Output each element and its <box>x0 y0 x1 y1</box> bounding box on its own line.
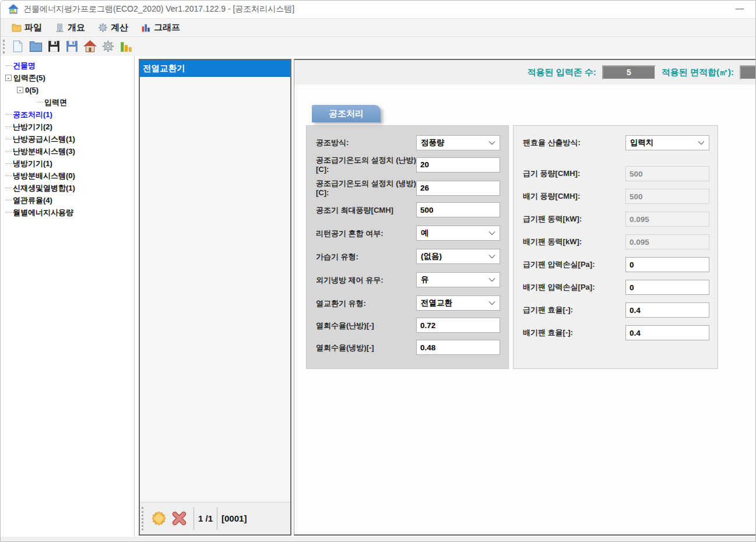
field-label: 급기팬 효율[-]: <box>523 305 625 315</box>
field-label: 팬효율 산출방식: <box>523 138 625 147</box>
save-icon[interactable] <box>47 40 61 53</box>
tree-item-label: 입력존(5) <box>13 73 45 83</box>
title-bar: 건물에너지평가프로그램(ECO2_2020) Ver1.2017.122.9 -… <box>1 1 755 18</box>
home-icon[interactable] <box>83 40 97 53</box>
return-air-mixing-select[interactable]: 예 <box>416 226 500 241</box>
chart-icon[interactable] <box>119 40 133 53</box>
tree-item-label: 난방기기(2) <box>13 122 52 132</box>
tree-item-building-name[interactable]: 건물명 <box>1 59 134 72</box>
building-icon <box>55 23 65 33</box>
form-row: 공조기 최대풍량[CMH] <box>316 202 500 217</box>
collapse-icon[interactable]: - <box>17 87 23 93</box>
tree-item-renewable-chp[interactable]: 신재생및열병합(1) <box>1 182 134 194</box>
applied-zone-count-value: 5 <box>602 65 656 80</box>
form-row: 배기팬 효율[-]: <box>523 325 709 340</box>
list-footer-toolbar: 1 /1 [0001] <box>140 502 290 534</box>
select-value: 예 <box>421 228 429 238</box>
menu-calculate-label: 계산 <box>111 22 128 33</box>
form-row: 리턴공기 혼합 여부: 예 <box>316 226 500 241</box>
field-label: 리턴공기 혼합 여부: <box>316 229 416 238</box>
max-airflow-input[interactable] <box>416 202 500 217</box>
tree-item-label: 입력면 <box>44 97 67 108</box>
tree-dash <box>5 212 12 213</box>
settings-icon[interactable] <box>101 40 115 53</box>
supply-airflow-readonly <box>625 166 709 181</box>
fan-efficiency-method-select[interactable]: 입력치 <box>625 135 709 150</box>
field-label: 공조기 최대풍량[CMH] <box>316 206 416 215</box>
humidifier-type-select[interactable]: (없음) <box>416 249 500 264</box>
open-folder-icon[interactable] <box>29 40 43 53</box>
form-row: 열회수율(냉방)[-] <box>316 340 500 355</box>
delete-record-icon[interactable] <box>171 511 187 526</box>
tree-item-label: 공조처리(1) <box>13 110 52 120</box>
navigation-tree: 건물명 -입력존(5) -0(5) 입력면 공조처리(1) 난방기기(2) 난방… <box>1 56 135 537</box>
supply-temp-heating-input[interactable] <box>416 157 500 173</box>
form-row: 외기냉방 제어 유무: 유 <box>316 272 500 287</box>
menu-graph[interactable]: 그래프 <box>135 19 187 36</box>
applied-area-label: 적용된 면적합(㎡): <box>662 67 734 78</box>
heat-recovery-heating-input[interactable] <box>416 318 500 333</box>
tree-item-label: 냉방기기(1) <box>13 159 52 169</box>
tree-item-monthly-energy[interactable]: 월별에너지사용량 <box>1 206 134 219</box>
form-row: 배기팬 동력[kW]: <box>523 234 709 249</box>
chevron-down-icon <box>488 277 495 282</box>
air-handling-form: 공조방식: 정풍량 공조급기온도의 설정치 (난방)[C]: 공조급기온도의 설… <box>306 125 756 369</box>
equipment-list-panel: 전열교환기 1 /1 [0001] <box>139 59 291 536</box>
tree-item-cooling-distribution-system[interactable]: 냉방분배시스템(0) <box>1 170 134 182</box>
exhaust-fan-pressure-input[interactable] <box>625 280 709 295</box>
heat-recovery-cooling-input[interactable] <box>416 340 500 355</box>
tree-dash <box>5 139 12 139</box>
outdoor-cooling-control-select[interactable]: 유 <box>416 272 500 287</box>
supply-fan-pressure-input[interactable] <box>625 257 709 272</box>
menu-calculate[interactable]: 계산 <box>92 19 135 36</box>
tree-item-label: 0(5) <box>25 86 38 94</box>
form-row: 팬효율 산출방식: 입력치 <box>523 135 709 150</box>
form-row: 공조방식: 정풍량 <box>316 135 500 150</box>
add-record-icon[interactable] <box>151 511 167 526</box>
field-label: 배기 풍량[CMH]: <box>523 192 625 201</box>
select-value: 정풍량 <box>421 138 445 148</box>
exhaust-fan-efficiency-input[interactable] <box>625 325 709 340</box>
collapse-icon[interactable]: - <box>5 75 12 81</box>
tree-item-air-handling[interactable]: 공조처리(1) <box>1 108 134 121</box>
tree-item-heating-distribution-system[interactable]: 난방분배시스템(3) <box>1 145 134 157</box>
menu-bar: 파일 개요 계산 그래프 <box>1 18 755 36</box>
tree-dash <box>5 200 12 200</box>
form-row: 공조급기온도의 설정치 (냉방)[C]: <box>316 179 500 197</box>
heat-exchanger-type-select[interactable]: 전열교환 <box>416 295 500 311</box>
detail-panel: 적용된 입력존 수: 5 적용된 면적합(㎡): 공조처리 공조방식: 정풍량 … <box>294 59 756 536</box>
summary-strip: 적용된 입력존 수: 5 적용된 면적합(㎡): <box>294 60 756 85</box>
footer-grip[interactable] <box>142 507 144 530</box>
tree-item-label: 열관류율(4) <box>13 195 52 206</box>
supply-fan-efficiency-input[interactable] <box>625 302 709 318</box>
menu-file[interactable]: 파일 <box>5 19 48 36</box>
toolbar <box>1 36 755 56</box>
air-handling-type-select[interactable]: 정풍량 <box>416 135 500 150</box>
tree-item-input-surface[interactable]: 입력면 <box>1 96 134 108</box>
exhaust-fan-power-readonly <box>625 234 709 249</box>
toolbar-grip[interactable] <box>3 40 5 54</box>
form-row: 열교환기 유형: 전열교환 <box>316 295 500 311</box>
tab-air-handling[interactable]: 공조처리 <box>312 105 381 122</box>
field-label: 열교환기 유형: <box>316 299 416 308</box>
menu-overview-label: 개요 <box>68 22 85 33</box>
tree-item-zone-0[interactable]: -0(5) <box>1 84 134 96</box>
field-label: 공조방식: <box>316 138 416 147</box>
form-spacer <box>523 158 709 166</box>
tree-item-label: 건물명 <box>13 61 36 71</box>
tree-item-u-value[interactable]: 열관류율(4) <box>1 194 134 206</box>
tree-item-heating-supply-system[interactable]: 난방공급시스템(1) <box>1 133 134 145</box>
supply-temp-cooling-input[interactable] <box>416 181 500 196</box>
tree-item-input-zone[interactable]: -입력존(5) <box>1 72 134 84</box>
field-label: 가습기 유형: <box>316 252 416 262</box>
tree-item-cooling-equipment[interactable]: 냉방기기(1) <box>1 157 134 170</box>
save-as-icon[interactable] <box>65 40 79 53</box>
tree-item-heating-equipment[interactable]: 난방기기(2) <box>1 121 134 133</box>
menu-overview[interactable]: 개요 <box>48 19 92 36</box>
field-label: 배기팬 효율[-]: <box>523 328 625 337</box>
field-label: 열회수율(냉방)[-] <box>316 343 416 353</box>
field-label: 배기팬 압력손실[Pa]: <box>523 283 625 292</box>
list-item-heat-exchanger[interactable]: 전열교환기 <box>140 60 290 77</box>
new-file-icon[interactable] <box>11 40 24 53</box>
minimize-button[interactable]: — <box>732 2 747 15</box>
